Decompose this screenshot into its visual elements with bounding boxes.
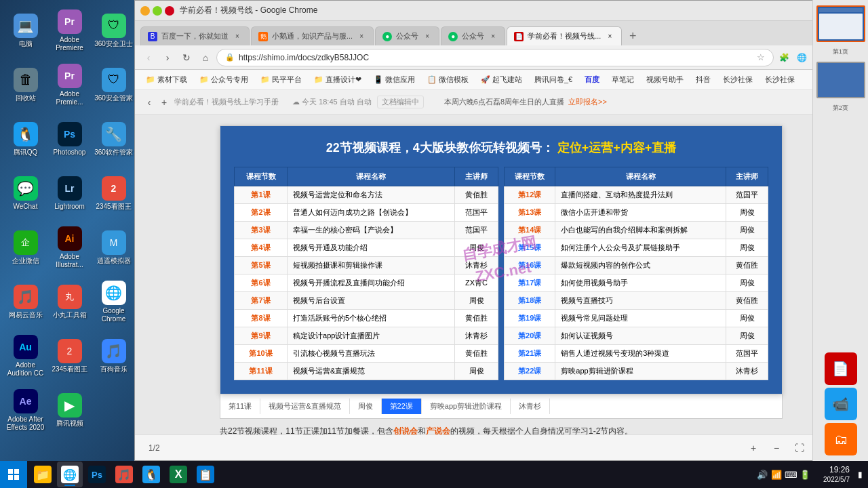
chrome-icon: 🌐: [61, 466, 79, 483]
tab-baidu[interactable]: B 百度一下，你就知道 ×: [140, 26, 250, 45]
bookmark-minping[interactable]: 📁 民平平台: [255, 73, 307, 87]
bookmark-shebao[interactable]: 长沙社保: [717, 73, 758, 87]
taskbar-item-todo[interactable]: 📋: [193, 462, 218, 487]
tab-xiaoe[interactable]: 鹅 小鹅通，知识产品与服... ×: [251, 26, 374, 45]
new-tab-button[interactable]: +: [623, 26, 642, 45]
desktop-icon-360tools[interactable]: 🔧 360软件管家: [92, 112, 136, 166]
desktop-icon-pr2[interactable]: Pr Adobe Premie...: [47, 58, 92, 112]
desktop-icon-360safe[interactable]: 🛡 360安全卫士: [92, 3, 136, 58]
lesson-num: 第5课: [235, 257, 288, 274]
lesson-teacher: 周俊: [455, 363, 498, 380]
bookmark-qifei[interactable]: 🚀 起飞建站: [475, 73, 528, 87]
close-button[interactable]: [165, 6, 174, 16]
tray-icon-3[interactable]: ⌨: [785, 470, 797, 480]
taskbar-item-explorer[interactable]: 📁: [30, 462, 56, 487]
desc-highlight1: 创说会: [393, 426, 418, 434]
doc-add-button[interactable]: +: [157, 95, 172, 110]
scroll-tab-11[interactable]: 第11课: [220, 399, 260, 414]
bookmark-shebao2[interactable]: 长沙社保: [760, 73, 800, 87]
sidebar-icon-resource[interactable]: 🗂: [825, 423, 857, 455]
extensions-button[interactable]: 🧩: [776, 50, 791, 65]
desktop-icon-recycle[interactable]: 🗑 回收站: [3, 58, 47, 112]
tray-icon-4[interactable]: 🔋: [799, 470, 811, 480]
desktop-icon-au[interactable]: Au Adobe Audition CC: [3, 329, 47, 383]
desktop-icon-computer[interactable]: 💻 电脑: [3, 3, 47, 58]
slide-wrapper: 22节视频课程，4大版块教你玩转视频号： 定位+运营+内容+直播 课程节数 课程…: [220, 125, 783, 419]
tab-close-gzh1[interactable]: ×: [422, 32, 432, 41]
desktop-icon-xiaowangzi[interactable]: 丸 小丸工具箱: [47, 274, 92, 329]
desktop-icon-360safe2[interactable]: 🛡 360安全管家: [92, 58, 136, 112]
tab-close-gzh2[interactable]: ×: [488, 32, 498, 41]
bookmark-wenjuan[interactable]: 腾讯问卷_€: [529, 73, 578, 87]
fit-page-button[interactable]: ⛶: [791, 440, 808, 456]
forward-button[interactable]: ›: [159, 49, 176, 66]
taskbar-item-chrome[interactable]: 🌐: [57, 462, 83, 487]
taskbar-item-wps[interactable]: X: [165, 462, 191, 487]
sidebar-icon-shimo[interactable]: 📄: [825, 352, 857, 385]
tray-icon-2[interactable]: 📶: [770, 470, 783, 480]
bookmark-gzh[interactable]: 📁 公众号专用: [194, 73, 254, 87]
back-button[interactable]: ‹: [140, 49, 157, 66]
tray-icon-1[interactable]: 🔊: [756, 470, 768, 480]
bookmark-template[interactable]: 📋 微信模板: [422, 73, 474, 87]
maximize-button[interactable]: [153, 6, 162, 16]
desktop-icon-chrome[interactable]: 🌐 Google Chrome: [92, 274, 136, 329]
thumbnail-page1[interactable]: [816, 5, 865, 42]
scroll-tab-teacher22[interactable]: 沐青杉: [511, 399, 550, 414]
bookmark-zhibo[interactable]: 📁 直播设计❤: [309, 73, 367, 87]
system-tray: 🔊 📶 ⌨ 🔋: [752, 470, 815, 480]
taskbar-item-ps[interactable]: Ps: [84, 462, 110, 487]
tab-close-xiaoe[interactable]: ×: [357, 32, 366, 41]
zoom-out-button[interactable]: −: [768, 440, 785, 456]
desktop-icon-360edit[interactable]: 2 2345看图王: [92, 166, 136, 220]
tab-gzh2[interactable]: ● 公众号 ×: [441, 26, 505, 45]
desktop-icon-moni[interactable]: M 逍遥模拟器: [92, 220, 136, 274]
tab-close-shimo[interactable]: ×: [605, 32, 614, 41]
minimize-button[interactable]: [140, 6, 150, 16]
start-button[interactable]: [0, 461, 27, 488]
scroll-tab-title22[interactable]: 剪映app剪辑进阶课程: [422, 399, 511, 414]
lesson-name: 视频号常见问题处理: [555, 310, 726, 327]
bookmark-video-helper[interactable]: 视频号助手: [641, 73, 689, 87]
desktop-icon-ae[interactable]: Ae Adobe After Effects 2020: [3, 383, 47, 437]
address-bar[interactable]: 🔒 https://shimo.im/docs/zdkyB58JJOC ☆: [216, 49, 774, 66]
desktop-icon-baidumusic[interactable]: 🎵 百狗音乐: [92, 329, 136, 383]
bookmark-notes[interactable]: 草笔记: [606, 73, 639, 87]
refresh-button[interactable]: ↻: [178, 49, 195, 66]
bookmark-materials[interactable]: 📁 素材下载: [140, 73, 193, 87]
desktop-icon-wechat[interactable]: 💬 WeChat: [3, 166, 47, 220]
desktop-icon-tencent-video[interactable]: ▶ 腾讯视频: [47, 383, 92, 437]
desktop-icon-adobe-pr[interactable]: Pr Adobe Premiere: [47, 3, 92, 58]
doc-back-button[interactable]: ‹: [142, 95, 157, 110]
desktop-icon-ps[interactable]: Ps Photoshop: [47, 112, 92, 166]
desktop-icon-ai[interactable]: Ai Adobe Illustrat...: [47, 220, 92, 274]
tab-close-baidu[interactable]: ×: [233, 32, 242, 41]
lesson-name: 普通人如何迈向成功之路【创说会】: [288, 204, 455, 222]
desktop-icon-2345[interactable]: 2 2345看图王: [47, 329, 92, 383]
tab-gzh1[interactable]: ● 公众号 ×: [375, 26, 439, 45]
lesson-num: 第1课: [235, 186, 288, 204]
taskbar-item-app4[interactable]: 🎵: [111, 462, 137, 487]
desktop-icon-netease[interactable]: 🎵 网易云音乐: [3, 274, 47, 329]
thumbnail-page2[interactable]: [816, 62, 865, 98]
sidebar-icon-video[interactable]: 📹: [825, 388, 857, 420]
slide-title: 22节视频课程，4大版块教你玩转视频号： 定位+运营+内容+直播: [234, 140, 768, 156]
taskbar-item-qq[interactable]: 🐧: [138, 462, 164, 487]
scroll-tab-22[interactable]: 第22课: [382, 399, 422, 414]
zoom-in-button[interactable]: +: [745, 440, 762, 456]
desktop-icon-qiyeweixin[interactable]: 企 企业微信: [3, 220, 47, 274]
tab-shimo[interactable]: 📄 学前必看！视频号线... ×: [507, 26, 622, 45]
bookmark-star[interactable]: ☆: [757, 52, 765, 62]
bookmark-weixin[interactable]: 📱 微信应用: [368, 73, 420, 87]
show-desktop-button[interactable]: ▮: [858, 470, 863, 479]
taskbar-clock[interactable]: 19:26 2022/5/7: [818, 465, 855, 485]
doc-notice-link[interactable]: 立即报名>>: [568, 97, 607, 107]
translate-button[interactable]: 🌐: [794, 50, 809, 65]
scroll-tab-teacher11[interactable]: 周俊: [350, 399, 382, 414]
bookmark-douyin[interactable]: 抖音: [690, 73, 716, 87]
bookmark-baidu[interactable]: 百度: [579, 73, 605, 87]
desktop-icon-lightroom[interactable]: Lr Lightroom: [47, 166, 92, 220]
home-button[interactable]: ⌂: [197, 49, 214, 66]
scroll-tab-title11[interactable]: 视频号运营&直播规范: [260, 399, 349, 414]
desktop-icon-qq[interactable]: 🐧 腾讯QQ: [3, 112, 47, 166]
